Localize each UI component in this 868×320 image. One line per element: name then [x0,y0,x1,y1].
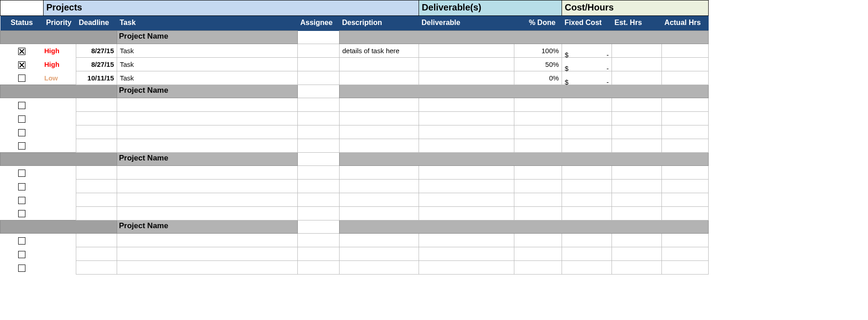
status-cell[interactable] [0,247,44,261]
est-hrs-cell[interactable] [612,58,662,71]
actual-hrs-cell[interactable] [662,139,709,153]
status-cell[interactable] [0,125,44,139]
status-checkbox[interactable] [18,61,25,69]
deadline-cell[interactable] [76,98,117,112]
est-hrs-cell[interactable] [612,44,662,58]
status-cell[interactable] [0,71,44,85]
status-checkbox[interactable] [18,197,25,204]
priority-cell[interactable] [44,166,76,180]
priority-cell[interactable] [44,261,76,275]
priority-cell[interactable] [44,125,76,139]
task-cell[interactable] [117,139,298,153]
fixed-cost-cell[interactable] [562,234,612,247]
fixed-cost-cell[interactable] [562,112,612,125]
deliverable-cell[interactable] [419,180,514,193]
description-cell[interactable] [340,112,419,125]
section-title-cell[interactable]: Project Name [117,153,298,166]
deliverable-cell[interactable] [419,261,514,275]
pct-done-cell[interactable] [514,139,562,153]
deadline-cell[interactable]: 8/27/15 [76,44,117,58]
fixed-cost-cell[interactable] [562,125,612,139]
deliverable-cell[interactable] [419,44,514,58]
section-lead-cell[interactable] [0,85,117,98]
pct-done-cell[interactable]: 50% [514,58,562,71]
section-tail-cell[interactable] [340,220,709,234]
task-cell[interactable]: Task [117,58,298,71]
deliverable-cell[interactable] [419,166,514,180]
description-cell[interactable] [340,166,419,180]
description-cell[interactable] [340,261,419,275]
est-hrs-cell[interactable] [612,261,662,275]
task-cell[interactable] [117,207,298,220]
deliverable-cell[interactable] [419,193,514,207]
deliverable-cell[interactable] [419,139,514,153]
actual-hrs-cell[interactable] [662,58,709,71]
status-cell[interactable] [0,193,44,207]
status-cell[interactable] [0,261,44,275]
deadline-cell[interactable] [76,193,117,207]
actual-hrs-cell[interactable] [662,207,709,220]
deliverable-cell[interactable] [419,98,514,112]
task-cell[interactable]: Task [117,44,298,58]
task-cell[interactable] [117,193,298,207]
pct-done-cell[interactable]: 100% [514,44,562,58]
header-pct-done[interactable]: % Done [514,16,562,31]
deadline-cell[interactable] [76,180,117,193]
task-cell[interactable] [117,247,298,261]
actual-hrs-cell[interactable] [662,247,709,261]
band-blank-cell[interactable] [0,0,44,16]
status-checkbox[interactable] [18,102,25,109]
description-cell[interactable] [340,234,419,247]
deliverable-cell[interactable] [419,234,514,247]
pct-done-cell[interactable] [514,193,562,207]
band-cost[interactable]: Cost/Hours [562,0,709,16]
status-checkbox[interactable] [18,237,25,245]
task-cell[interactable] [117,98,298,112]
header-task[interactable]: Task [117,16,298,31]
header-description[interactable]: Description [340,16,419,31]
pct-done-cell[interactable] [514,125,562,139]
assignee-cell[interactable] [298,180,340,193]
header-deliverable[interactable]: Deliverable [419,16,514,31]
task-cell[interactable] [117,166,298,180]
est-hrs-cell[interactable] [612,98,662,112]
section-lead-cell[interactable] [0,220,117,234]
header-assignee[interactable]: Assignee [298,16,340,31]
assignee-cell[interactable] [298,112,340,125]
priority-cell[interactable] [44,180,76,193]
actual-hrs-cell[interactable] [662,234,709,247]
priority-cell[interactable] [44,139,76,153]
task-cell[interactable] [117,112,298,125]
est-hrs-cell[interactable] [612,234,662,247]
description-cell[interactable]: details of task here [340,44,419,58]
deliverable-cell[interactable] [419,125,514,139]
deliverable-cell[interactable] [419,207,514,220]
est-hrs-cell[interactable] [612,180,662,193]
status-cell[interactable] [0,112,44,125]
fixed-cost-cell[interactable]: $- [562,44,612,58]
priority-cell[interactable] [44,112,76,125]
section-lead-cell[interactable] [0,31,117,44]
priority-cell[interactable]: High [44,44,76,58]
description-cell[interactable] [340,58,419,71]
status-checkbox[interactable] [18,129,25,136]
description-cell[interactable] [340,180,419,193]
header-deadline[interactable]: Deadline [76,16,117,31]
pct-done-cell[interactable] [514,261,562,275]
status-cell[interactable] [0,207,44,220]
fixed-cost-cell[interactable]: $- [562,71,612,85]
assignee-cell[interactable] [298,247,340,261]
description-cell[interactable] [340,193,419,207]
fixed-cost-cell[interactable] [562,193,612,207]
deadline-cell[interactable] [76,166,117,180]
deliverable-cell[interactable] [419,112,514,125]
task-cell[interactable] [117,234,298,247]
priority-cell[interactable] [44,247,76,261]
deliverable-cell[interactable] [419,58,514,71]
section-title-cell[interactable]: Project Name [117,85,298,98]
section-tail-cell[interactable] [340,85,709,98]
task-cell[interactable]: Task [117,71,298,85]
assignee-cell[interactable] [298,71,340,85]
assignee-cell[interactable] [298,207,340,220]
description-cell[interactable] [340,71,419,85]
